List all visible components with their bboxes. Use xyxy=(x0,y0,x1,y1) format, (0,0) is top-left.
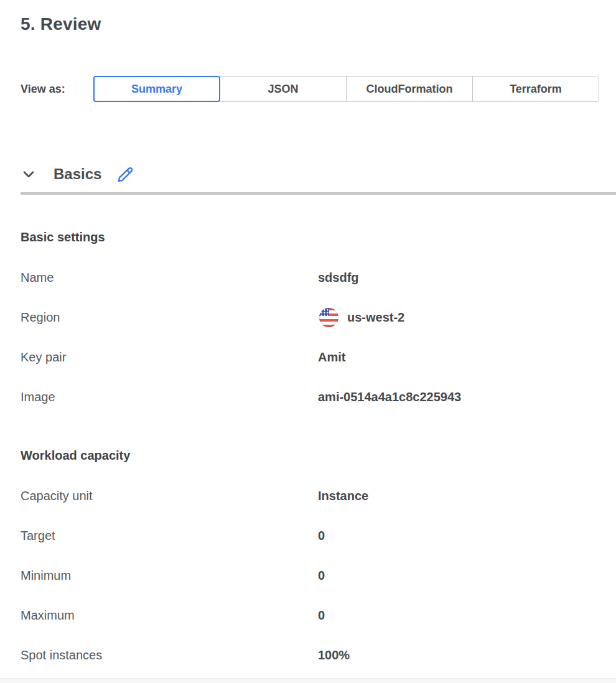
row-value-text: Amit xyxy=(318,350,345,365)
summary-row: Capacity unitInstance xyxy=(21,476,604,516)
group-heading: Workload capacity xyxy=(21,448,604,463)
group-heading: Basic settings xyxy=(21,230,604,244)
row-value-text: 0 xyxy=(318,569,325,583)
summary-row: Spot instances100% xyxy=(21,635,604,675)
row-value-text: 0 xyxy=(318,608,325,623)
row-value: sdsdfg xyxy=(318,271,359,285)
view-as-tabs: SummaryJSONCloudFormationTerraform xyxy=(93,76,599,102)
row-value-text: 100% xyxy=(318,648,350,662)
section-divider xyxy=(21,192,616,195)
row-value: 0 xyxy=(318,608,325,623)
row-value-text: 0 xyxy=(318,529,325,543)
row-value-text: us-west-2 xyxy=(347,310,404,325)
tab-cloudformation[interactable]: CloudFormation xyxy=(346,76,473,102)
summary-row: Minimum0 xyxy=(21,555,604,595)
edit-basics-button[interactable] xyxy=(116,165,134,183)
review-page: 5. Review View as: SummaryJSONCloudForma… xyxy=(0,0,616,675)
tab-json[interactable]: JSON xyxy=(220,76,347,102)
view-as-bar: View as: SummaryJSONCloudFormationTerraf… xyxy=(21,76,616,102)
row-label: Target xyxy=(21,529,318,543)
us-flag-icon xyxy=(319,308,338,327)
summary-row: Target0 xyxy=(21,516,604,555)
row-value: us-west-2 xyxy=(318,308,404,327)
row-label: Maximum xyxy=(21,608,318,623)
collapse-section-button[interactable] xyxy=(21,166,37,182)
row-label: Minimum xyxy=(21,569,318,583)
row-value: 100% xyxy=(318,648,350,662)
row-value-text: Instance xyxy=(318,489,368,503)
row-value: Amit xyxy=(318,350,345,365)
row-value-text: ami-0514a4a1c8c225943 xyxy=(318,390,461,404)
row-value: Instance xyxy=(318,489,368,503)
summary-group: Basic settingsNamesdsdfgRegionus-west-2K… xyxy=(21,230,604,417)
summary-row: Maximum0 xyxy=(21,595,604,635)
row-value-text: sdsdfg xyxy=(318,271,359,285)
row-label: Region xyxy=(21,310,318,325)
pencil-icon xyxy=(117,166,134,183)
row-label: Key pair xyxy=(21,350,318,365)
basics-section-header: Basics xyxy=(21,165,616,183)
summary-row: Imageami-0514a4a1c8c225943 xyxy=(21,377,604,417)
row-label: Name xyxy=(21,271,318,285)
row-label: Image xyxy=(21,390,318,404)
row-value: ami-0514a4a1c8c225943 xyxy=(318,390,461,404)
tab-summary[interactable]: Summary xyxy=(93,76,220,102)
summary-row: Namesdsdfg xyxy=(21,258,604,297)
chevron-down-icon xyxy=(21,166,37,182)
tab-terraform[interactable]: Terraform xyxy=(472,76,599,102)
summary-row: Regionus-west-2 xyxy=(21,297,604,337)
next-section-edge xyxy=(0,678,616,683)
summary-groups: Basic settingsNamesdsdfgRegionus-west-2K… xyxy=(21,230,616,675)
row-value: 0 xyxy=(318,569,325,583)
row-label: Spot instances xyxy=(21,648,318,662)
row-label: Capacity unit xyxy=(21,489,318,503)
section-title: Basics xyxy=(54,165,101,183)
summary-row: Key pairAmit xyxy=(21,337,604,377)
summary-group: Workload capacityCapacity unitInstanceTa… xyxy=(21,448,604,675)
view-as-label: View as: xyxy=(21,83,93,96)
page-title: 5. Review xyxy=(21,0,616,35)
row-value: 0 xyxy=(318,529,325,543)
